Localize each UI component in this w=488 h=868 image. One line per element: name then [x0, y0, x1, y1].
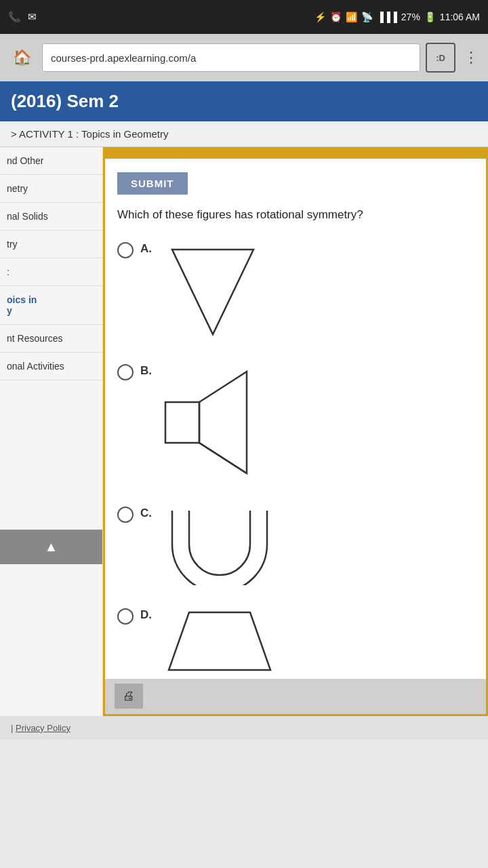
svg-marker-1: [165, 402, 199, 443]
title-bar: (2016) Sem 2: [0, 81, 488, 121]
breadcrumb: > ACTIVITY 1 : Topics in Geometry: [0, 121, 488, 147]
email-icon: ✉: [28, 11, 37, 23]
option-b-label: B.: [140, 364, 152, 378]
main-layout: nd Other netry nal Solids try : oics iny…: [0, 147, 488, 716]
option-d: D.: [117, 606, 474, 680]
upload-button[interactable]: ▲: [0, 530, 102, 564]
question-text: Which of these figures has rotational sy…: [117, 207, 474, 223]
bluetooth-icon: ⚡: [314, 12, 326, 22]
sidebar-item-other[interactable]: nd Other: [0, 147, 102, 175]
sidebar: nd Other netry nal Solids try : oics iny…: [0, 147, 103, 716]
battery-icon: 🔋: [424, 12, 436, 22]
page-title: (2016) Sem 2: [11, 91, 119, 111]
battery-percent: 27%: [401, 12, 420, 22]
footer-separator: |: [11, 723, 16, 733]
breadcrumb-text: > ACTIVITY 1 : Topics in Geometry: [11, 128, 168, 140]
status-left-icons: 📞 ✉: [8, 11, 37, 23]
figure-d: [159, 606, 474, 680]
content-body: SUBMIT Which of these figures has rotati…: [105, 159, 486, 714]
figure-b: [159, 361, 474, 484]
status-right-info: ⚡ ⏰ 📶 📡 ▐▐▐ 27% 🔋 11:06 AM: [314, 12, 480, 22]
print-button[interactable]: 🖨: [115, 684, 143, 709]
sidebar-item-try[interactable]: try: [0, 231, 102, 258]
network-icon: 📡: [361, 12, 373, 22]
url-text: courses-prd.apexlearning.com/a: [51, 52, 196, 64]
upload-icon: ▲: [45, 539, 58, 554]
radio-a[interactable]: [117, 242, 134, 258]
option-d-label: D.: [140, 608, 152, 622]
signal-bars: ▐▐▐: [377, 12, 397, 22]
alarm-icon: ⏰: [330, 12, 342, 22]
option-c: C.: [117, 504, 474, 585]
sidebar-item-geometry[interactable]: netry: [0, 175, 102, 203]
privacy-policy-link[interactable]: Privacy Policy: [16, 723, 70, 733]
option-b: B.: [117, 361, 474, 484]
menu-button[interactable]: ⋮: [461, 43, 481, 73]
option-c-label: C.: [140, 507, 152, 520]
svg-marker-0: [172, 250, 253, 334]
url-bar[interactable]: courses-prd.apexlearning.com/a: [42, 43, 420, 72]
option-a-label: A.: [140, 242, 152, 256]
radio-d[interactable]: [117, 608, 134, 625]
tab-button[interactable]: :D: [426, 43, 455, 73]
wifi-icon: 📶: [346, 12, 357, 22]
svg-marker-4: [169, 612, 270, 670]
sidebar-item-topics[interactable]: oics iny: [0, 286, 102, 325]
print-icon: 🖨: [123, 689, 135, 703]
content-footer: 🖨: [105, 679, 486, 714]
browser-bar: 🏠 courses-prd.apexlearning.com/a :D ⋮: [0, 34, 488, 81]
time-display: 11:06 AM: [440, 12, 480, 22]
submit-button[interactable]: SUBMIT: [117, 172, 188, 195]
radio-b[interactable]: [117, 364, 134, 380]
status-bar: 📞 ✉ ⚡ ⏰ 📶 📡 ▐▐▐ 27% 🔋 11:06 AM: [0, 0, 488, 34]
sidebar-item-activities[interactable]: onal Activities: [0, 353, 102, 380]
figure-a: [159, 239, 474, 341]
sidebar-item-colon[interactable]: :: [0, 258, 102, 286]
page-footer: | Privacy Policy: [0, 716, 488, 740]
radio-c[interactable]: [117, 507, 134, 523]
home-button[interactable]: 🏠: [7, 43, 37, 73]
sidebar-item-solids[interactable]: nal Solids: [0, 203, 102, 231]
phone-icon: 📞: [8, 11, 21, 23]
content-area: SUBMIT Which of these figures has rotati…: [103, 147, 488, 716]
figure-c: [159, 504, 474, 585]
sidebar-item-resources[interactable]: nt Resources: [0, 325, 102, 353]
option-a: A.: [117, 239, 474, 341]
content-header-bar: [105, 149, 486, 159]
svg-line-3: [199, 443, 247, 473]
